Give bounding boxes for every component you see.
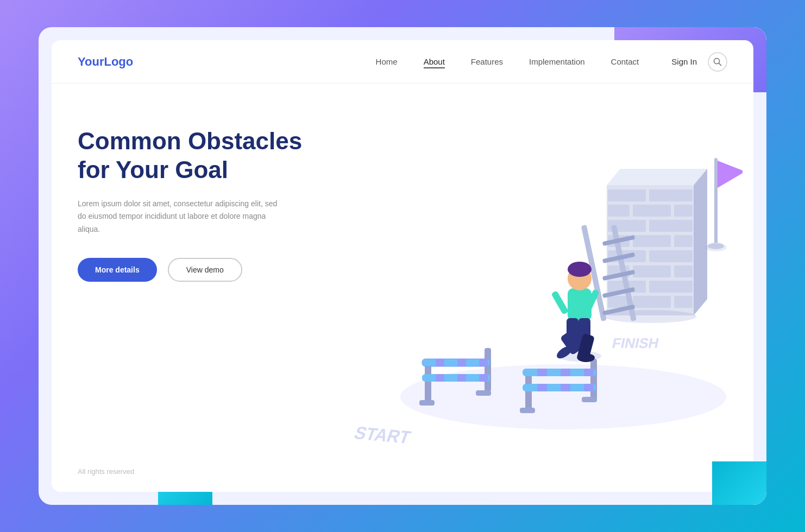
svg-rect-15 (419, 400, 435, 406)
svg-rect-41 (649, 250, 693, 262)
nav-item-features[interactable]: Features (471, 57, 503, 67)
svg-rect-32 (608, 205, 630, 217)
svg-rect-34 (674, 205, 693, 217)
svg-rect-39 (674, 235, 693, 247)
svg-rect-24 (537, 384, 547, 391)
nav-link-home[interactable]: Home (376, 57, 398, 66)
svg-point-75 (705, 244, 727, 251)
hero-title: Common Obstacles for Your Goal (78, 127, 312, 185)
svg-rect-48 (633, 296, 671, 308)
nav-item-contact[interactable]: Contact (611, 57, 639, 67)
svg-rect-44 (674, 265, 693, 277)
svg-rect-16 (476, 390, 491, 396)
svg-rect-14 (479, 374, 488, 382)
svg-rect-28 (582, 397, 597, 402)
button-row: More details View demo (78, 258, 312, 282)
svg-rect-8 (436, 359, 444, 366)
content-area: Common Obstacles for Your Goal Lorem ips… (52, 84, 753, 492)
nav-links: Home About Features Implementation Conta… (376, 57, 639, 67)
svg-rect-72 (714, 158, 718, 245)
svg-rect-33 (633, 205, 671, 217)
navbar: YourLogo Home About Features Implementat… (52, 40, 753, 84)
nav-link-implementation[interactable]: Implementation (529, 57, 585, 66)
svg-rect-20 (537, 369, 547, 376)
svg-rect-31 (649, 189, 693, 201)
svg-marker-50 (607, 169, 707, 185)
svg-rect-10 (479, 359, 488, 366)
svg-rect-13 (457, 374, 466, 382)
svg-rect-9 (457, 359, 466, 366)
svg-rect-64 (551, 290, 569, 315)
svg-rect-5 (485, 348, 491, 391)
nav-item-implementation[interactable]: Implementation (529, 57, 585, 67)
nav-item-home[interactable]: Home (376, 57, 398, 67)
svg-point-71 (577, 353, 595, 362)
svg-line-1 (719, 63, 721, 65)
nav-link-features[interactable]: Features (471, 57, 503, 66)
svg-text:START: START (351, 422, 413, 447)
iso-illustration: START (335, 106, 743, 459)
svg-rect-27 (520, 408, 535, 413)
nav-right: Sign In (671, 52, 727, 72)
svg-rect-25 (561, 384, 570, 391)
sign-in-button[interactable]: Sign In (671, 57, 697, 66)
svg-point-63 (568, 262, 592, 277)
svg-rect-22 (584, 369, 594, 376)
svg-rect-12 (436, 374, 444, 382)
svg-rect-30 (608, 189, 646, 201)
logo: YourLogo (78, 55, 133, 69)
svg-rect-43 (633, 265, 671, 277)
svg-marker-51 (694, 169, 707, 315)
illustration: START (308, 84, 753, 492)
search-button[interactable] (708, 52, 727, 72)
view-demo-button[interactable]: View demo (168, 258, 242, 282)
nav-item-about[interactable]: About (424, 57, 445, 67)
left-content: Common Obstacles for Your Goal Lorem ips… (52, 84, 312, 492)
svg-rect-49 (674, 296, 693, 308)
more-details-button[interactable]: More details (78, 258, 157, 282)
svg-rect-18 (590, 359, 597, 400)
outer-card: YourLogo Home About Features Implementat… (39, 27, 766, 505)
svg-text:FINISH: FINISH (611, 335, 661, 351)
svg-rect-26 (584, 384, 594, 391)
nav-link-about[interactable]: About (424, 57, 445, 68)
search-icon (713, 58, 722, 66)
hero-description: Lorem ipsum dolor sit amet, consectetur … (78, 198, 284, 236)
nav-link-contact[interactable]: Contact (611, 57, 639, 66)
svg-rect-46 (649, 281, 693, 293)
svg-rect-36 (649, 220, 693, 232)
svg-marker-73 (718, 161, 743, 188)
svg-rect-21 (561, 369, 570, 376)
inner-card: YourLogo Home About Features Implementat… (52, 40, 753, 492)
svg-rect-38 (633, 235, 671, 247)
